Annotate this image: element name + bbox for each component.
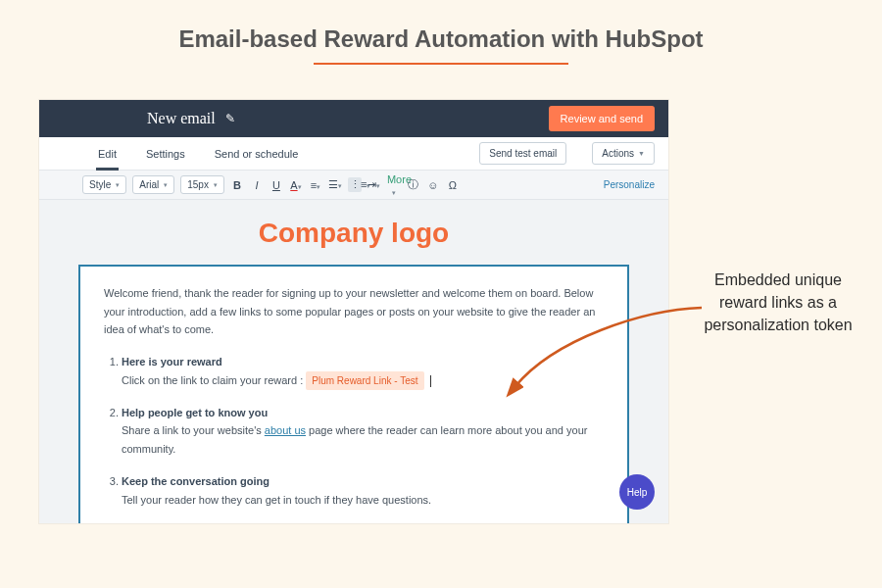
caret-down-icon: ▾ xyxy=(214,181,218,189)
underline-icon[interactable]: U xyxy=(270,179,283,191)
caret-down-icon: ▾ xyxy=(116,181,120,189)
email-body[interactable]: Welcome friend, thank the reader for sig… xyxy=(78,265,629,523)
size-dd-label: 15px xyxy=(187,179,209,190)
clear-format-icon[interactable]: Ω xyxy=(446,179,460,191)
list-item[interactable]: Here is your reward Click on the link to… xyxy=(122,353,604,390)
text-color-icon[interactable]: A▾ xyxy=(289,179,303,191)
tab-edit[interactable]: Edit xyxy=(96,138,119,170)
list-item[interactable]: Keep the conversation going Tell your re… xyxy=(122,472,604,509)
editor-nav: Edit Settings Send or schedule Send test… xyxy=(39,137,668,171)
caret-down-icon: ▼ xyxy=(638,150,645,157)
actions-dropdown[interactable]: Actions ▼ xyxy=(592,142,655,165)
edit-title-icon[interactable]: ✎ xyxy=(225,112,235,125)
company-logo-placeholder[interactable]: Company logo xyxy=(78,218,629,249)
email-list: Here is your reward Click on the link to… xyxy=(104,353,604,509)
style-dropdown[interactable]: Style ▾ xyxy=(82,175,126,194)
bold-icon[interactable]: B xyxy=(230,179,244,191)
review-and-send-button[interactable]: Review and send xyxy=(549,106,655,131)
item-title: Here is your reward xyxy=(122,356,222,368)
font-dropdown[interactable]: Arial ▾ xyxy=(132,175,174,194)
font-dd-label: Arial xyxy=(139,179,159,190)
help-button[interactable]: Help xyxy=(619,474,655,510)
emoji-icon[interactable]: ☺ xyxy=(426,179,440,191)
format-toolbar: Style ▾ Arial ▾ 15px ▾ B I U A▾ ≡▾ ☰▾ ⋮≡… xyxy=(39,171,668,200)
align-icon[interactable]: ≡▾ xyxy=(309,179,322,191)
italic-icon[interactable]: I xyxy=(250,179,264,191)
item-title: Keep the conversation going xyxy=(122,475,270,487)
about-us-link[interactable]: about us xyxy=(265,424,306,436)
email-title: New email xyxy=(147,110,216,127)
item-title: Help people get to know you xyxy=(122,407,268,418)
style-dd-label: Style xyxy=(89,179,111,190)
item-body: Tell your reader how they can get in tou… xyxy=(122,494,431,506)
indent-icon[interactable]: ⇥▾ xyxy=(368,178,381,191)
title-rule xyxy=(314,63,568,65)
number-list-icon[interactable]: ⋮≡▾ xyxy=(348,177,362,192)
item-body-prefix: Share a link to your website's xyxy=(122,424,265,436)
caret-down-icon: ▾ xyxy=(164,181,168,189)
tab-send-schedule[interactable]: Send or schedule xyxy=(213,138,301,170)
email-canvas: Company logo Welcome friend, thank the r… xyxy=(39,200,668,523)
item-body: Click on the link to claim your reward : xyxy=(122,374,306,386)
list-item[interactable]: Help people get to know you Share a link… xyxy=(122,404,604,459)
personalize-button[interactable]: Personalize xyxy=(604,179,661,190)
page-title: Email-based Reward Automation with HubSp… xyxy=(0,0,882,53)
annotation-text: Embedded unique reward links as a person… xyxy=(700,269,857,337)
text-cursor xyxy=(430,375,431,387)
bullet-list-icon[interactable]: ☰▾ xyxy=(328,178,342,191)
actions-label: Actions xyxy=(602,148,634,159)
screenshot-frame: New email ✎ Review and send Edit Setting… xyxy=(39,100,668,523)
editor-topbar: New email ✎ Review and send xyxy=(39,100,668,137)
tab-settings[interactable]: Settings xyxy=(144,138,187,170)
personalization-token[interactable]: Plum Reward Link - Test xyxy=(306,371,423,390)
send-test-email-button[interactable]: Send test email xyxy=(479,142,566,165)
more-dropdown[interactable]: More ▾ xyxy=(387,173,401,197)
intro-paragraph[interactable]: Welcome friend, thank the reader for sig… xyxy=(104,284,604,339)
link-icon[interactable]: ⓘ xyxy=(407,177,420,192)
size-dropdown[interactable]: 15px ▾ xyxy=(180,175,224,194)
